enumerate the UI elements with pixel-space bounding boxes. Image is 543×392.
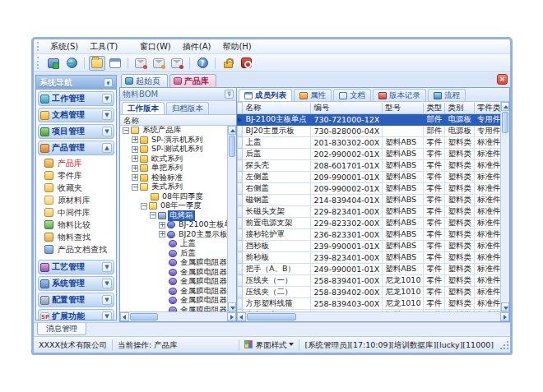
tree-horizontal-scrollbar[interactable] <box>120 311 236 321</box>
table-row[interactable]: 方形塑料线箍258-839403-00X尼龙1010零件塑料类标准件外协条 <box>238 298 501 310</box>
chevron-down-icon[interactable]: ▼ <box>102 94 112 104</box>
table-row[interactable]: 磁钢盖214-839404-01X塑料ABS零件塑料类标准件外协条 <box>238 195 501 206</box>
table-row[interactable]: 右侧盖209-990002-01X塑料ABS零件塑料类标准件外协条 <box>238 183 501 195</box>
lock-button[interactable] <box>220 56 236 71</box>
sidebar-item-产品文档查找[interactable]: 产品文档查找 <box>36 243 116 256</box>
scroll-right-icon[interactable] <box>227 312 236 321</box>
mail-open-button[interactable] <box>151 56 167 71</box>
table-row[interactable]: 后盖202-990002-01X塑料ABS零件塑料类标准件外协条 <box>238 149 501 160</box>
grid-scroll-thumb[interactable] <box>502 112 508 133</box>
menu-item-3[interactable]: 插件(A) <box>177 40 217 53</box>
sidebar-section-工艺管理[interactable]: 工艺管理▼ <box>38 260 114 274</box>
column-header-零件类型[interactable]: 零件类型 <box>474 103 500 114</box>
table-row[interactable]: 压线夹（一）258-839401-00X尼龙1010零件塑料类标准件外协条 <box>238 275 501 287</box>
menu-item-4[interactable]: 帮助(H) <box>216 40 257 53</box>
sidebar-item-中间件库[interactable]: 中间件库 <box>36 206 116 219</box>
sidebar-section-文档管理[interactable]: 文档管理▼ <box>38 108 114 122</box>
mail-delete-button[interactable] <box>169 56 185 71</box>
member-tab-属性[interactable]: 属性 <box>294 89 332 101</box>
scroll-up-icon[interactable] <box>228 126 236 135</box>
expand-plus-icon[interactable]: + <box>132 136 138 143</box>
bom-tab-归档版本[interactable]: 归档版本 <box>166 102 209 114</box>
chevron-down-icon[interactable]: ▼ <box>102 262 112 272</box>
menu-grip[interactable] <box>37 42 41 52</box>
member-tab-流程[interactable]: 流程 <box>428 89 466 101</box>
table-row[interactable]: 上盖201-830302-00X塑料ABS零件塑料类标准件外协条 <box>238 137 501 149</box>
tree-node-上盖[interactable]: 上盖 <box>120 239 227 249</box>
sidebar-item-原材料库[interactable]: 原材料库 <box>36 194 116 206</box>
expand-plus-icon[interactable]: + <box>159 231 165 238</box>
doc-tab-产品库[interactable]: 产品库 <box>169 74 216 87</box>
scroll-down-icon[interactable] <box>501 302 509 311</box>
chevron-down-icon[interactable]: ▼ <box>102 110 112 120</box>
chevron-down-icon[interactable]: ▼ <box>102 311 112 320</box>
table-row[interactable]: 探头壳208-601701-01X塑料ABS零件塑料类标准件外协条 <box>238 160 501 172</box>
tree-hscroll-thumb[interactable] <box>130 313 158 321</box>
table-row[interactable]: 接秒轮护罩236-823301-00X塑料ABS零件塑料类标准件外协条 <box>238 229 501 241</box>
report-button[interactable] <box>107 56 123 71</box>
ui-style-selector[interactable]: 界面样式 <box>239 339 299 351</box>
tree-scroll-thumb[interactable] <box>229 136 235 157</box>
scroll-down-icon[interactable] <box>228 302 236 311</box>
bom-pin-icon[interactable]: ⊽ <box>225 90 234 99</box>
table-row[interactable]: 长磁头支架229-823401-00X塑料ABS零件塑料类标准件外协条 <box>238 206 501 218</box>
sidebar-item-物料查找[interactable]: 物料查找 <box>36 231 116 243</box>
member-tab-成员列表[interactable]: 成员列表 <box>239 89 292 101</box>
sidebar-item-零件库[interactable]: 零件库 <box>36 169 116 182</box>
help-button[interactable]: ? <box>194 56 211 71</box>
tree-node-BJ20主显示板[interactable]: +BJ20主显示板 <box>120 230 227 240</box>
collapse-minus-icon[interactable]: − <box>150 212 156 219</box>
menu-item-1[interactable]: 工具(T) <box>84 40 123 53</box>
table-row[interactable]: 挡秒板239-990001-01X塑料ABS零件塑料类标准件外协条 <box>238 241 501 252</box>
scroll-up-icon[interactable] <box>501 102 509 111</box>
column-header-名称[interactable]: 名称 <box>243 103 311 114</box>
web-button[interactable] <box>63 56 80 71</box>
collapse-minus-icon[interactable]: − <box>123 127 129 134</box>
menu-item-2[interactable]: 窗口(W) <box>134 40 177 53</box>
open-library-button[interactable] <box>89 56 105 71</box>
chevron-down-icon[interactable]: ▼ <box>102 127 112 136</box>
bom-tab-工作版本[interactable]: 工作版本 <box>122 102 165 114</box>
sidebar-section-项目管理[interactable]: 项目管理▼ <box>38 124 114 139</box>
sidebar-section-配置管理[interactable]: 配置管理▼ <box>38 293 114 307</box>
doc-tab-起始页[interactable]: 起始页 <box>121 74 168 87</box>
column-header-编号[interactable]: 编号 <box>311 103 383 114</box>
grid-horizontal-scrollbar[interactable] <box>237 311 509 321</box>
menu-item-0[interactable]: 系统(S) <box>44 40 84 53</box>
sidebar-section-扩展功能[interactable]: SP扩展功能▼ <box>38 309 114 320</box>
table-row[interactable]: 前置电源支架229-823302-00X塑料ABS零件塑料类标准件外协条 <box>238 218 501 229</box>
table-row[interactable]: ▶BJ-2100主板单点730-721000-12X部件电源板专用件外协颗 <box>238 114 501 126</box>
scroll-left-icon[interactable] <box>237 312 246 321</box>
grid-vertical-scrollbar[interactable] <box>500 102 509 311</box>
sidebar-section-工作管理[interactable]: 工作管理▼ <box>38 91 114 106</box>
tree-column-header[interactable]: 名称 <box>120 115 236 126</box>
sidebar-section-系统管理[interactable]: 系统管理▼ <box>38 276 114 291</box>
sidebar-pin-icon[interactable]: ▾ <box>104 78 113 87</box>
member-tab-版本记录[interactable]: 版本记录 <box>373 89 426 101</box>
scroll-right-icon[interactable] <box>500 312 509 321</box>
member-tab-文档[interactable]: 文档 <box>333 89 371 101</box>
close-tab-button[interactable]: × <box>497 74 508 85</box>
grid-hscroll-thumb[interactable] <box>247 313 296 321</box>
expand-plus-icon[interactable]: + <box>132 174 138 181</box>
chevron-down-icon[interactable]: ▼ <box>102 279 112 288</box>
toolbar-grip[interactable] <box>37 57 41 69</box>
table-row[interactable]: 前秒板239-823401-00X塑料ABS零件塑料类标准件外协条 <box>238 252 501 264</box>
scroll-left-icon[interactable] <box>120 312 129 321</box>
resize-grip[interactable] <box>499 339 510 351</box>
sidebar-item-收藏夹[interactable]: 收藏夹 <box>36 182 116 194</box>
table-row[interactable]: 压线夹（二）258-839402-00X尼龙1010零件塑料类标准件外协条 <box>238 287 501 298</box>
message-panel-tab[interactable]: 消息管理 <box>37 323 86 335</box>
mail-new-button[interactable] <box>132 56 149 71</box>
chevron-up-icon[interactable]: ▲ <box>102 143 112 153</box>
expand-plus-icon[interactable]: + <box>132 165 138 172</box>
column-header-类型[interactable]: 类型 <box>424 103 445 114</box>
sidebar-section-产品管理[interactable]: 产品管理▲ <box>38 141 114 155</box>
tree-vertical-scrollbar[interactable] <box>227 126 236 311</box>
workspace-button[interactable] <box>45 56 62 71</box>
expand-plus-icon[interactable]: + <box>132 146 138 153</box>
expand-plus-icon[interactable]: + <box>132 155 138 162</box>
sidebar-item-产品库[interactable]: 产品库 <box>36 157 116 169</box>
collapse-minus-icon[interactable]: − <box>132 184 138 191</box>
table-row[interactable]: 把手（A、B）249-990001-01X塑料ABS零件塑料类标准件外协条 <box>238 264 501 275</box>
